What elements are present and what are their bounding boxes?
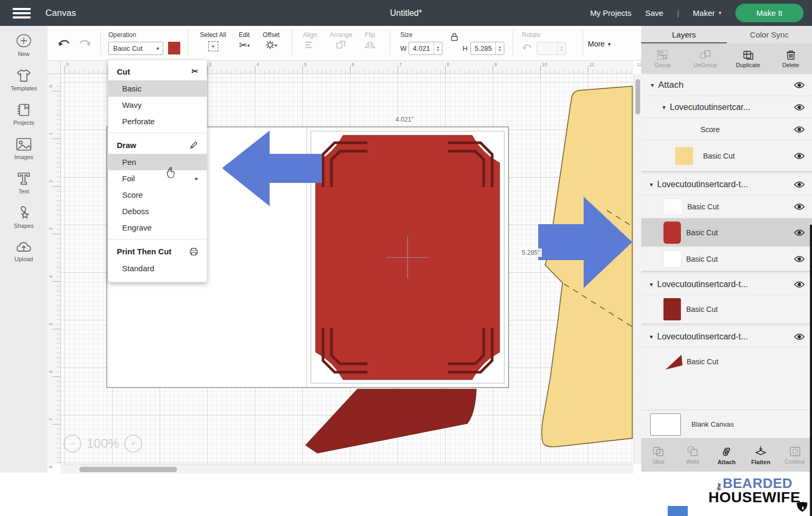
hamburger-menu-icon[interactable]	[13, 8, 31, 19]
caret-down-icon[interactable]: ▾	[651, 81, 654, 89]
menu-item-basic[interactable]: Basic	[108, 80, 207, 97]
caret-down-icon[interactable]: ▾	[650, 281, 653, 288]
rotate-input: ▲▼	[537, 42, 566, 55]
visibility-eye-icon[interactable]	[794, 126, 805, 133]
layer-row-basic-cut-triangle[interactable]: Basic Cut	[641, 347, 812, 376]
tshirt-icon	[16, 69, 32, 82]
tab-color-sync[interactable]: Color Sync	[727, 26, 812, 43]
vertical-scrollbar[interactable]	[633, 74, 641, 464]
menu-section-print-then-cut: Print Then Cut	[108, 243, 207, 260]
delete-button[interactable]: Delete	[769, 43, 812, 74]
operation-color-swatch[interactable]	[168, 42, 180, 54]
height-stepper[interactable]: ▲▼	[495, 42, 504, 54]
new-plus-icon	[16, 33, 32, 48]
sidebar-item-images[interactable]: Images	[14, 137, 33, 160]
menu-item-wavy[interactable]: Wavy	[108, 97, 207, 113]
flap-shape[interactable]	[306, 389, 476, 453]
flip-icon	[364, 41, 376, 49]
layer-group-1[interactable]: ▾ Lovecutoutinsertcar...	[641, 96, 812, 118]
menu-item-score[interactable]: Score	[108, 187, 207, 203]
logo-housewife: HOUSEWIFE	[708, 490, 808, 505]
select-all-button[interactable]: Select All +	[197, 31, 229, 51]
visibility-eye-icon[interactable]	[794, 255, 805, 263]
machine-selector[interactable]: Maker ▾	[693, 8, 722, 17]
redo-icon[interactable]	[78, 38, 92, 49]
width-stepper[interactable]: ▲▼	[433, 42, 442, 54]
visibility-eye-icon[interactable]	[794, 104, 805, 111]
horizontal-scrollbar[interactable]	[61, 464, 633, 474]
layer-row-basic-cut-white[interactable]: Basic Cut	[641, 247, 812, 271]
attach-button[interactable]: Attach	[709, 439, 744, 472]
zoom-out-icon[interactable]: −	[63, 435, 81, 453]
height-input[interactable]: 5.285 ▲▼	[470, 42, 504, 55]
horizontal-scrollbar-thumb[interactable]	[79, 467, 177, 472]
save-link[interactable]: Save	[645, 8, 663, 17]
layer-group-attach[interactable]: ▾ Attach	[641, 74, 812, 96]
window-edge	[810, 225, 812, 516]
left-sidebar: New Templates Projects Images Text Shape…	[0, 26, 48, 473]
layer-thumbnail-triangle	[663, 352, 685, 372]
layer-row-basic-cut-1[interactable]: Basic Cut	[641, 195, 812, 218]
watermark-logo: the BEARDED HOUSEWIFE	[708, 476, 808, 505]
offset-button[interactable]: Offset ▾	[259, 31, 283, 51]
menu-item-perforate[interactable]: Perforate	[108, 113, 207, 130]
layer-row-score[interactable]: Score	[641, 118, 812, 141]
undo-icon[interactable]	[57, 38, 71, 49]
sidebar-item-projects[interactable]: Projects	[13, 103, 34, 126]
visibility-eye-icon[interactable]	[794, 229, 805, 236]
flatten-button[interactable]: Flatten	[744, 439, 778, 472]
layer-row-basic-cut-selected[interactable]: Basic Cut	[641, 218, 812, 247]
sidebar-item-templates[interactable]: Templates	[11, 69, 37, 91]
edit-button[interactable]: Edit ✂▾	[234, 31, 255, 51]
sidebar-item-new[interactable]: New	[16, 33, 32, 57]
beard-icon	[795, 502, 809, 513]
document-title[interactable]: Untitled*	[390, 8, 422, 18]
layer-row-blank-canvas[interactable]: Blank Canvas	[641, 410, 812, 438]
visibility-eye-icon[interactable]	[794, 152, 805, 160]
layer-row-basic-cut-darkred[interactable]: Basic Cut	[641, 295, 812, 324]
width-prefix: W	[400, 44, 407, 52]
more-button[interactable]: More▾	[588, 40, 611, 48]
topbar-separator: |	[677, 8, 679, 17]
menu-item-standard[interactable]: Standard	[108, 260, 207, 277]
layer-row-basic-cut-yellow[interactable]: Basic Cut	[641, 141, 812, 171]
visibility-eye-icon[interactable]	[794, 333, 805, 340]
operation-select[interactable]: Basic Cut ▾	[108, 42, 163, 55]
visibility-eye-icon[interactable]	[794, 81, 805, 89]
zoom-in-icon[interactable]: +	[124, 435, 142, 453]
red-insert-card[interactable]	[316, 135, 500, 380]
make-it-button[interactable]: Make It	[735, 4, 804, 22]
zoom-control[interactable]: − 100% +	[63, 435, 142, 453]
width-input[interactable]: 4.021 ▲▼	[409, 42, 442, 55]
caret-down-icon[interactable]: ▾	[650, 333, 653, 340]
paperclip-icon	[722, 446, 731, 457]
layer-group-4[interactable]: ▾ Lovecutoutinsertcard-t...	[641, 326, 812, 347]
visibility-eye-icon[interactable]	[794, 181, 805, 188]
menu-item-foil[interactable]: Foil ▸	[108, 170, 207, 187]
partial-blue-shape	[668, 506, 688, 516]
menu-item-deboss[interactable]: Deboss	[108, 203, 207, 219]
lock-aspect-icon[interactable]	[450, 32, 458, 41]
caret-down-icon[interactable]: ▾	[650, 181, 653, 188]
sidebar-item-shapes[interactable]: Shapes	[14, 206, 33, 229]
layer-actions: Group UnGroup Duplicate Delete	[641, 43, 812, 74]
tab-layers[interactable]: Layers	[641, 26, 727, 43]
sidebar-item-upload[interactable]: Upload	[15, 241, 33, 262]
my-projects-link[interactable]: My Projects	[590, 8, 631, 17]
logo-bearded: BEARDED	[723, 476, 792, 490]
operation-dropdown-menu: Cut ✂ Basic Wavy Perforate Draw Pen Foil…	[108, 60, 207, 282]
right-panel: Layers Color Sync Group UnGroup Duplicat…	[641, 26, 812, 516]
layer-group-3[interactable]: ▾ Lovecutoutinsertcard-t...	[641, 274, 812, 295]
menu-item-pen[interactable]: Pen	[108, 154, 207, 170]
duplicate-button[interactable]: Duplicate	[727, 43, 770, 74]
panel-tabs: Layers Color Sync	[641, 26, 812, 43]
layer-group-2[interactable]: ▾ Lovecutoutinsertcard-t...	[641, 174, 812, 195]
caret-down-icon[interactable]: ▾	[662, 104, 666, 111]
visibility-eye-icon[interactable]	[794, 203, 805, 210]
sidebar-item-text[interactable]: Text	[16, 172, 31, 195]
menu-item-engrave[interactable]: Engrave	[108, 219, 207, 236]
chevron-down-icon: ▾	[718, 10, 722, 16]
visibility-eye-icon[interactable]	[794, 281, 805, 288]
vertical-scrollbar-thumb[interactable]	[635, 79, 640, 114]
menu-section-cut: Cut ✂	[108, 62, 207, 80]
